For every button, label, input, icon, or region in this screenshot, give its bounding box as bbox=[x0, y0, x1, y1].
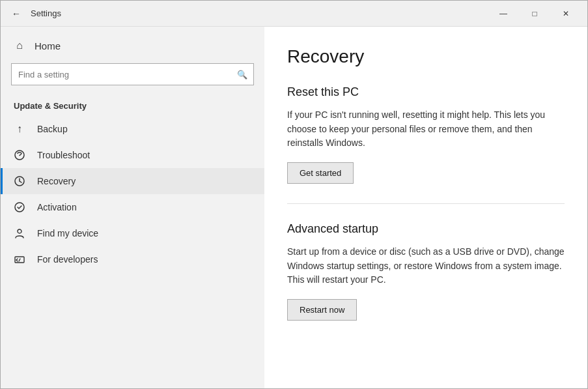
search-input[interactable] bbox=[11, 63, 254, 85]
sidebar-item-label: For developers bbox=[37, 254, 98, 265]
reset-pc-description: If your PC isn't running well, resetting… bbox=[287, 108, 565, 151]
advanced-startup-description: Start up from a device or disc (such as … bbox=[287, 245, 565, 287]
sidebar-item-backup[interactable]: ↑ Backup bbox=[1, 116, 264, 142]
minimize-icon: — bbox=[499, 9, 507, 18]
titlebar-title: Settings bbox=[31, 8, 488, 18]
settings-window: ← Settings — □ ✕ ⌂ Home 🔍 bbox=[0, 0, 588, 389]
minimize-button[interactable]: — bbox=[488, 3, 518, 24]
sidebar-section-title: Update & Security bbox=[1, 91, 264, 116]
search-icon: 🔍 bbox=[237, 70, 247, 79]
reset-pc-title: Reset this PC bbox=[287, 85, 565, 99]
close-icon: ✕ bbox=[563, 9, 569, 18]
sidebar-item-label: Activation bbox=[37, 202, 77, 212]
svg-line-7 bbox=[19, 259, 20, 261]
sidebar-item-recovery[interactable]: Recovery bbox=[1, 168, 264, 194]
titlebar-controls: — □ ✕ bbox=[488, 3, 581, 24]
sidebar-home-label: Home bbox=[35, 40, 61, 51]
home-icon: ⌂ bbox=[14, 40, 25, 51]
sidebar-item-for-developers[interactable]: For developers bbox=[1, 246, 264, 272]
sidebar-item-label: Backup bbox=[37, 124, 68, 134]
svg-line-6 bbox=[16, 260, 18, 261]
svg-point-3 bbox=[18, 229, 21, 233]
back-button[interactable]: ← bbox=[7, 5, 25, 23]
recovery-icon bbox=[14, 175, 25, 187]
content-area: ⌂ Home 🔍 Update & Security ↑ Backup bbox=[1, 27, 587, 388]
troubleshoot-icon bbox=[14, 149, 25, 161]
developers-icon bbox=[14, 253, 25, 265]
restart-now-button[interactable]: Restart now bbox=[287, 299, 357, 321]
maximize-button[interactable]: □ bbox=[520, 3, 550, 24]
titlebar: ← Settings — □ ✕ bbox=[1, 1, 587, 27]
sidebar-search-container: 🔍 bbox=[11, 63, 254, 85]
find-device-icon bbox=[14, 227, 25, 239]
sidebar: ⌂ Home 🔍 Update & Security ↑ Backup bbox=[1, 27, 264, 388]
maximize-icon: □ bbox=[532, 9, 537, 18]
section-divider bbox=[287, 203, 565, 204]
back-icon: ← bbox=[12, 8, 21, 19]
close-button[interactable]: ✕ bbox=[551, 3, 581, 24]
page-title: Recovery bbox=[287, 46, 565, 67]
get-started-button[interactable]: Get started bbox=[287, 162, 354, 184]
sidebar-item-label: Recovery bbox=[37, 176, 76, 186]
sidebar-item-label: Find my device bbox=[37, 228, 98, 238]
sidebar-item-home[interactable]: ⌂ Home bbox=[1, 33, 264, 58]
activation-icon bbox=[14, 201, 25, 213]
main-content: Recovery Reset this PC If your PC isn't … bbox=[264, 27, 587, 388]
sidebar-item-troubleshoot[interactable]: Troubleshoot bbox=[1, 142, 264, 168]
backup-icon: ↑ bbox=[14, 123, 25, 135]
sidebar-item-activation[interactable]: Activation bbox=[1, 194, 264, 220]
sidebar-item-label: Troubleshoot bbox=[37, 150, 90, 160]
sidebar-item-find-my-device[interactable]: Find my device bbox=[1, 220, 264, 246]
advanced-startup-title: Advanced startup bbox=[287, 222, 565, 236]
